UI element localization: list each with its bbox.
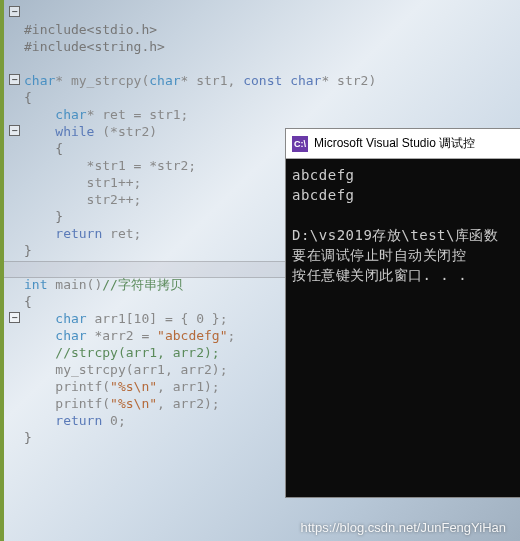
- fold-toggle-icon[interactable]: −: [9, 74, 20, 85]
- code-line: }: [24, 209, 63, 224]
- code-line: char* my_strcpy(char* str1, const char* …: [24, 73, 376, 88]
- console-title-text: Microsoft Visual Studio 调试控: [314, 135, 475, 152]
- code-line: #include<string.h>: [24, 39, 165, 54]
- console-line: 按任意键关闭此窗口. . .: [292, 267, 467, 283]
- console-line: abcdefg: [292, 167, 355, 183]
- code-line: *str1 = *str2;: [24, 158, 196, 173]
- code-line: while (*str2): [24, 124, 157, 139]
- code-line: {: [24, 90, 32, 105]
- fold-toggle-icon[interactable]: −: [9, 125, 20, 136]
- code-line: }: [24, 430, 32, 445]
- code-line: {: [24, 294, 32, 309]
- code-line: //strcpy(arr1, arr2);: [24, 345, 220, 360]
- debug-console-window: C:\ Microsoft Visual Studio 调试控 abcdefg …: [285, 128, 520, 498]
- console-line: 要在调试停止时自动关闭控: [292, 247, 466, 263]
- code-line: char *arr2 = "abcdefg";: [24, 328, 235, 343]
- console-app-icon: C:\: [292, 136, 308, 152]
- code-line: char* ret = str1;: [24, 107, 188, 122]
- console-line: D:\vs2019存放\test\库函数: [292, 227, 498, 243]
- code-line: int main()//字符串拷贝: [24, 277, 183, 292]
- code-line: printf("%s\n", arr2);: [24, 396, 220, 411]
- code-line: str1++;: [24, 175, 141, 190]
- console-titlebar[interactable]: C:\ Microsoft Visual Studio 调试控: [286, 129, 520, 159]
- console-output[interactable]: abcdefg abcdefg D:\vs2019存放\test\库函数 要在调…: [286, 159, 520, 291]
- code-line: str2++;: [24, 192, 141, 207]
- code-line: return 0;: [24, 413, 126, 428]
- watermark-text: https://blog.csdn.net/JunFengYiHan: [301, 520, 506, 535]
- code-line: return ret;: [24, 226, 141, 241]
- fold-toggle-icon[interactable]: −: [9, 312, 20, 323]
- fold-toggle-icon[interactable]: −: [9, 6, 20, 17]
- code-line: }: [24, 243, 32, 258]
- code-line: my_strcpy(arr1, arr2);: [24, 362, 228, 377]
- console-line: abcdefg: [292, 187, 355, 203]
- code-line: #include<stdio.h>: [24, 22, 157, 37]
- code-line: {: [24, 141, 63, 156]
- code-line: printf("%s\n", arr1);: [24, 379, 220, 394]
- code-line: char arr1[10] = { 0 };: [24, 311, 228, 326]
